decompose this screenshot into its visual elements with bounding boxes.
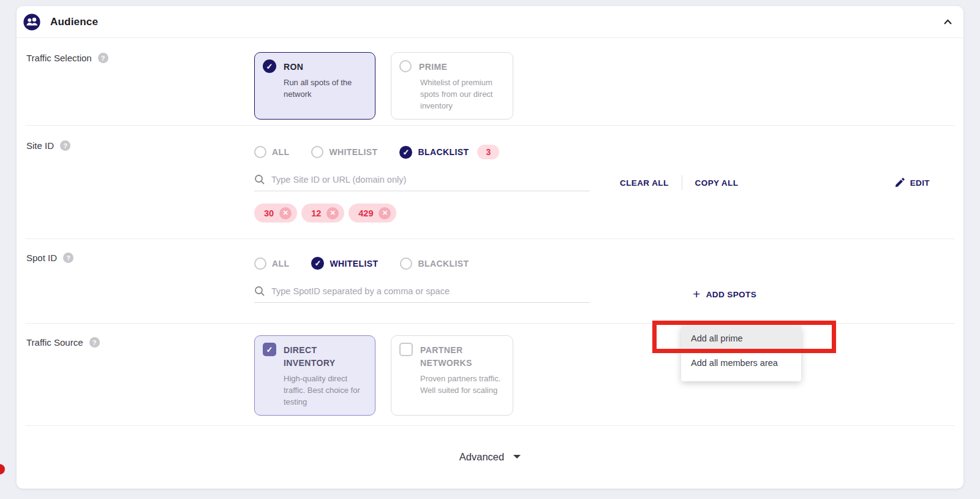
checkbox-unchecked-icon: [399, 343, 413, 356]
option-card-partner-networks[interactable]: PARTNER NETWORKS Proven partners traffic…: [391, 335, 513, 416]
caret-down-icon: [513, 455, 521, 459]
site-id-radio-whitelist[interactable]: WHITELIST: [311, 146, 377, 158]
copy-all-button[interactable]: COPY ALL: [695, 178, 739, 188]
radio-unchecked-icon: [254, 146, 266, 158]
panel-header: Audience: [17, 6, 963, 38]
spot-id-label: Spot ID ?: [25, 239, 254, 323]
add-spots-dropdown: Add all prime Add all members area: [681, 326, 801, 381]
spot-id-search-input[interactable]: [271, 286, 590, 296]
add-spots-button[interactable]: + ADD SPOTS: [693, 289, 756, 300]
help-icon[interactable]: ?: [89, 337, 100, 348]
checkbox-checked-icon: ✓: [263, 343, 276, 356]
option-title: RON: [284, 59, 303, 74]
traffic-source-label: Traffic Source ?: [25, 324, 254, 425]
edit-button[interactable]: EDIT: [895, 178, 930, 188]
screen-edge-red-marker: [0, 464, 5, 474]
spot-id-search-field[interactable]: [254, 286, 590, 303]
site-id-search-field[interactable]: [254, 174, 590, 191]
option-description: Whitelist of premium spots from our dire…: [420, 77, 505, 112]
panel-title: Audience: [50, 16, 98, 28]
collapse-panel-button[interactable]: [943, 19, 952, 25]
menu-item-add-all-prime[interactable]: Add all prime: [681, 326, 801, 351]
option-title: DIRECT INVENTORY: [284, 343, 351, 370]
radio-checked-icon: ✓: [311, 257, 324, 270]
radio-unchecked-icon: [400, 257, 412, 270]
vertical-divider: [682, 175, 682, 190]
clear-all-button[interactable]: CLEAR ALL: [620, 178, 669, 188]
help-icon[interactable]: ?: [60, 140, 70, 151]
option-title: PRIME: [419, 59, 447, 74]
radio-checked-icon: ✓: [399, 146, 412, 159]
audience-icon: [23, 13, 41, 31]
blacklist-count-badge: 3: [477, 145, 499, 159]
radio-checked-icon: ✓: [263, 59, 276, 73]
site-id-radio-all[interactable]: ALL: [254, 146, 289, 158]
site-id-chips: 30 ✕ 12 ✕ 429 ✕: [254, 204, 955, 223]
site-id-row: Site ID ? ALL WHITELIST ✓ BLACKLIST 3: [25, 126, 955, 239]
site-chip: 12 ✕: [301, 204, 344, 223]
traffic-selection-label: Traffic Selection ?: [25, 38, 254, 125]
search-icon: [254, 174, 265, 185]
radio-unchecked-icon: [311, 146, 323, 158]
option-description: Proven partners traffic. Well suited for…: [420, 373, 505, 396]
option-description: Run all spots of the network: [284, 77, 367, 100]
chevron-up-icon: [943, 19, 952, 25]
search-icon: [254, 286, 265, 297]
site-chip: 30 ✕: [254, 204, 297, 223]
spot-id-radio-all[interactable]: ALL: [254, 257, 289, 270]
audience-panel: Audience Traffic Selection ? ✓ RON Run a…: [17, 6, 963, 489]
pencil-icon: [895, 178, 905, 188]
site-id-label: Site ID ?: [25, 126, 254, 238]
radio-unchecked-icon: [254, 257, 266, 270]
radio-unchecked-icon: [399, 60, 412, 72]
option-title: PARTNER NETWORKS: [420, 343, 494, 370]
remove-chip-icon[interactable]: ✕: [279, 207, 292, 219]
remove-chip-icon[interactable]: ✕: [379, 207, 391, 219]
option-description: High-quality direct traffic. Best choice…: [284, 373, 367, 408]
option-card-direct-inventory[interactable]: ✓ DIRECT INVENTORY High-quality direct t…: [254, 335, 375, 416]
advanced-label: Advanced: [459, 451, 504, 463]
remove-chip-icon[interactable]: ✕: [326, 207, 339, 219]
traffic-selection-row: Traffic Selection ? ✓ RON Run all spots …: [25, 38, 955, 126]
spot-id-row: Spot ID ? ALL ✓ WHITELIST BLACKLIST: [25, 239, 955, 324]
advanced-toggle[interactable]: Advanced: [17, 426, 963, 487]
menu-item-add-all-members-area[interactable]: Add all members area: [681, 351, 801, 375]
help-icon[interactable]: ?: [63, 253, 74, 263]
spot-id-radio-whitelist[interactable]: ✓ WHITELIST: [311, 257, 378, 270]
plus-icon: +: [693, 289, 701, 300]
site-id-search-input[interactable]: [271, 175, 590, 185]
option-card-prime[interactable]: PRIME Whitelist of premium spots from ou…: [391, 52, 513, 120]
spot-id-radio-blacklist[interactable]: BLACKLIST: [400, 257, 469, 270]
help-icon[interactable]: ?: [98, 53, 108, 63]
site-id-radio-blacklist[interactable]: ✓ BLACKLIST 3: [399, 145, 499, 159]
option-card-ron[interactable]: ✓ RON Run all spots of the network: [254, 52, 375, 120]
traffic-source-row: Traffic Source ? ✓ DIRECT INVENTORY High…: [25, 324, 955, 426]
site-chip: 429 ✕: [349, 204, 396, 223]
